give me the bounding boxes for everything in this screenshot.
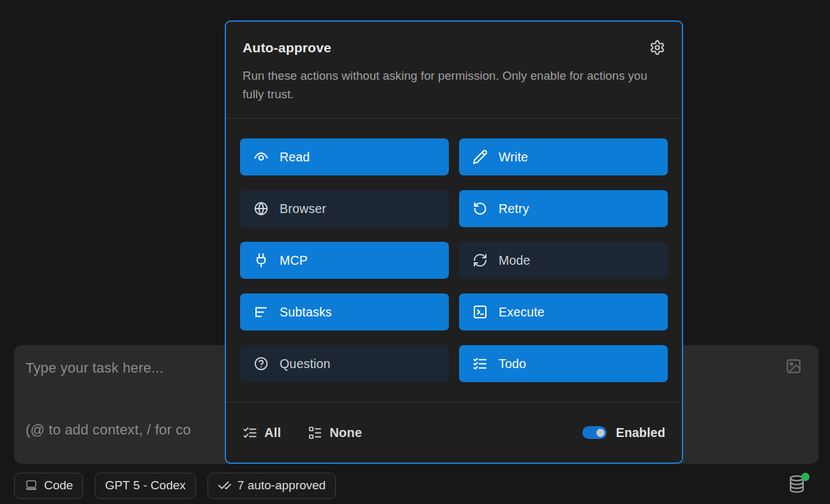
action-subtasks-button[interactable]: Subtasks [240,293,449,330]
attach-image-icon[interactable] [785,358,802,374]
action-label: Retry [499,202,529,216]
eye-icon [253,149,269,165]
enabled-toggle[interactable]: Enabled [582,426,665,440]
actions-grid: ReadWriteBrowserRetryMCPModeSubtasksExec… [226,119,682,402]
select-none-label: None [329,426,362,440]
action-mcp-button[interactable]: MCP [240,242,449,279]
action-label: Write [499,150,528,165]
mode-code-button[interactable]: Code [14,473,83,499]
check-check-icon [218,478,232,493]
action-read-button[interactable]: Read [240,138,449,175]
select-none-button[interactable]: None [308,426,362,440]
plug-icon [253,253,269,268]
toggle-switch-on[interactable] [582,426,607,439]
modal-header: Auto-approve Run these actions without a… [226,22,682,118]
select-all-button[interactable]: All [243,426,281,440]
composer-placeholder: Type your task here... [26,360,163,376]
terminal-icon [472,304,488,320]
mode-code-label: Code [44,478,73,493]
composer-hint: (@ to add context, / for co [26,422,191,438]
model-label: GPT 5 - Codex [105,478,185,493]
auto-approved-label: 7 auto-approved [238,478,326,493]
action-label: Todo [499,357,526,371]
gear-icon[interactable] [649,40,665,56]
sync-icon [472,253,488,268]
rotate-icon [472,201,488,216]
checklist-icon [472,356,488,371]
action-label: MCP [280,253,308,268]
list-tree-icon [253,304,269,320]
auto-approve-modal: Auto-approve Run these actions without a… [225,20,683,464]
auto-approved-button[interactable]: 7 auto-approved [207,473,336,499]
action-browser-button[interactable]: Browser [240,190,449,227]
status-bar: Code GPT 5 - Codex 7 auto-approved [0,472,830,499]
action-todo-button[interactable]: Todo [459,345,668,382]
status-dot-green [801,473,810,481]
action-label: Mode [499,253,531,268]
modal-description: Run these actions without asking for per… [243,66,658,103]
database-status-button[interactable] [788,475,807,495]
action-label: Browser [280,202,326,216]
action-label: Read [280,150,310,165]
model-selector-button[interactable]: GPT 5 - Codex [94,473,195,499]
laptop-icon [24,478,38,493]
action-execute-button[interactable]: Execute [459,293,668,330]
modal-footer: All None Enabled [226,403,682,463]
enabled-label: Enabled [616,426,665,440]
modal-title: Auto-approve [243,40,331,56]
layout-list-icon [308,426,322,440]
action-write-button[interactable]: Write [459,138,668,175]
action-label: Subtasks [280,305,332,320]
action-mode-button[interactable]: Mode [459,242,668,279]
pencil-icon [472,149,488,165]
question-icon [253,356,269,371]
globe-icon [253,201,269,216]
action-label: Execute [499,305,545,320]
action-retry-button[interactable]: Retry [459,190,668,227]
action-question-button[interactable]: Question [240,345,449,382]
list-checks-icon [243,426,257,440]
toggle-knob [596,429,605,437]
select-all-label: All [264,426,281,440]
action-label: Question [280,357,331,371]
